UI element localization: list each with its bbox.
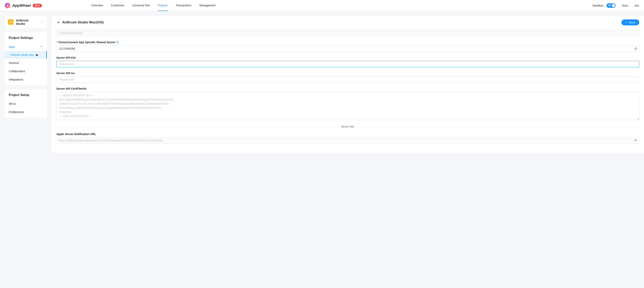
save-button-label: Save	[629, 21, 635, 24]
page-header: AirBrush Studio Mac(iOS) Save	[52, 16, 644, 29]
page-title: AirBrush Studio Mac(iOS)	[62, 20, 619, 24]
sandbox-toggle-wrap: Sandbox : ON	[592, 3, 616, 8]
top-nav: Overview Customers Universal Tool Projec…	[92, 0, 216, 11]
project-settings-card: Project Settings Apps AirBrush Studio Ma…	[5, 32, 47, 85]
nav-overview[interactable]: Overview	[92, 0, 103, 11]
nav-transactions[interactable]: Transactions	[176, 0, 192, 11]
header-right: Sandbox : ON Docs Acc	[592, 3, 639, 8]
sidebar-item-entitlements[interactable]: Entitlements	[5, 108, 47, 116]
chevron-down-icon	[41, 20, 44, 24]
shared-secret-input-wrap: ✕	[56, 46, 639, 52]
project-settings-title: Project Settings	[5, 32, 47, 42]
project-selector[interactable]: A AirBrush Studio	[5, 16, 47, 28]
nav-customers[interactable]: Customers	[111, 0, 124, 11]
cert-textarea[interactable]	[56, 92, 639, 120]
sidebar-group-apps[interactable]: Apps	[5, 42, 47, 51]
api-iss-label: Server API Iss	[56, 72, 639, 75]
brand: AppWheel Beta	[5, 3, 42, 8]
nav-projects[interactable]: Projects	[158, 0, 168, 11]
notification-url-label: Apple Server Notification URL	[56, 132, 639, 136]
help-icon[interactable]: ?	[116, 41, 119, 44]
copy-icon	[634, 139, 637, 142]
sidebar-item-general[interactable]: General	[5, 59, 47, 67]
sidebar: A AirBrush Studio Project Settings Apps …	[0, 11, 52, 158]
brand-name: AppWheel	[12, 3, 31, 8]
server-url-divider: Server URL	[56, 125, 639, 129]
sidebar-app-airbrush-mac[interactable]: AirBrush Studio Mac	[5, 51, 47, 59]
brand-logo-icon	[5, 3, 10, 8]
shared-secret-label-wrap: * iTunesConnect App Specific Shared Secr…	[56, 41, 639, 44]
page-card: AirBrush Studio Mac(iOS) Save *	[52, 16, 644, 153]
api-kid-label: Server API Kid	[56, 56, 639, 59]
project-selector-name: AirBrush Studio	[16, 19, 38, 26]
project-setup-card: Project Setup SKUs Entitlements	[5, 89, 47, 118]
notification-url-copy-row	[56, 137, 639, 144]
sidebar-apps-label: Apps	[9, 45, 15, 48]
project-avatar: A	[8, 19, 14, 25]
prev-field-input[interactable]	[56, 30, 639, 36]
app-header: AppWheel Beta Overview Customers Univers…	[0, 0, 644, 11]
shared-secret-label: iTunesConnect App Specific Shared Secret	[58, 41, 115, 44]
form-row-shared-secret: * iTunesConnect App Specific Shared Secr…	[52, 41, 644, 52]
plus-icon	[625, 21, 628, 24]
form-row-prev	[52, 30, 644, 36]
api-iss-input[interactable]	[56, 76, 639, 83]
form-body: * iTunesConnect App Specific Shared Secr…	[52, 29, 644, 153]
sandbox-label: Sandbox :	[592, 4, 605, 7]
cert-label: Server API CertFileInfo	[56, 87, 639, 90]
project-setup-title: Project Setup	[5, 89, 47, 100]
api-kid-input[interactable]	[56, 61, 639, 67]
nav-universal-tool[interactable]: Universal Tool	[132, 0, 150, 11]
chevron-up-icon	[40, 45, 43, 48]
sandbox-toggle[interactable]: ON	[606, 3, 616, 8]
account-link[interactable]: Acc	[635, 4, 639, 7]
form-row-api-iss: Server API Iss	[52, 72, 644, 83]
main: AirBrush Studio Mac(iOS) Save *	[52, 11, 644, 158]
copy-button[interactable]	[632, 137, 639, 144]
sidebar-app-label: AirBrush Studio Mac	[10, 53, 34, 56]
sidebar-item-integrations[interactable]: Integrations	[5, 75, 47, 84]
docs-link[interactable]: Docs	[622, 4, 628, 7]
server-url-divider-label: Server URL	[338, 125, 358, 128]
beta-badge: Beta	[33, 4, 42, 7]
required-star: *	[56, 41, 57, 44]
notification-url-input[interactable]	[56, 137, 632, 144]
form-row-notification-url: Apple Server Notification URL	[52, 132, 644, 144]
save-button[interactable]: Save	[622, 20, 639, 26]
sidebar-item-collaborators[interactable]: Collaborators	[5, 67, 47, 75]
apple-icon	[36, 54, 38, 56]
sandbox-toggle-state: ON	[608, 4, 611, 6]
toggle-knob	[612, 4, 615, 7]
shared-secret-input[interactable]	[56, 46, 639, 52]
form-row-cert: Server API CertFileInfo	[52, 87, 644, 120]
clear-icon[interactable]: ✕	[634, 47, 637, 50]
back-icon[interactable]	[56, 21, 60, 24]
nav-management[interactable]: Management	[200, 0, 216, 11]
sidebar-item-skus[interactable]: SKUs	[5, 100, 47, 108]
form-row-api-kid: Server API Kid	[52, 56, 644, 67]
